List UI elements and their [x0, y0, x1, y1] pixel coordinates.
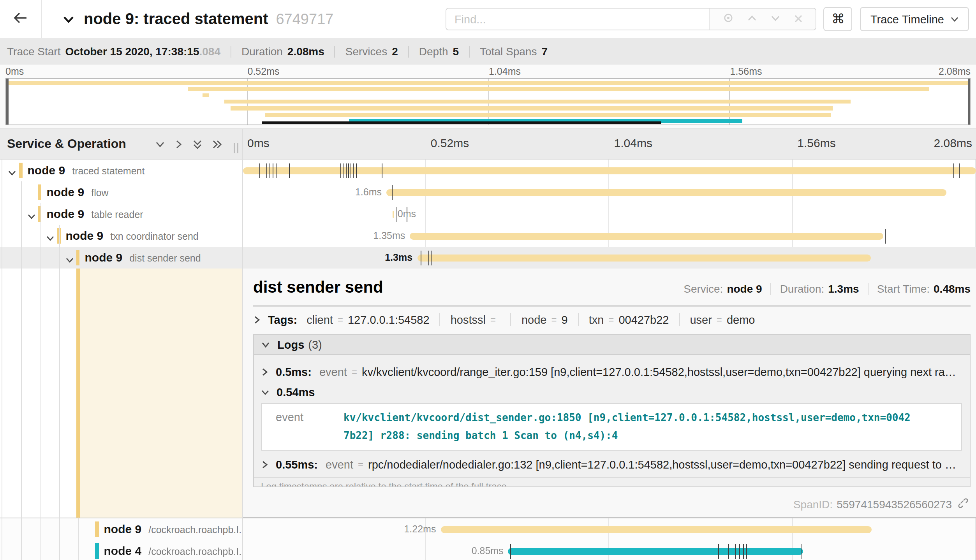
command-icon: ⌘ [832, 11, 845, 27]
service-color-swatch [95, 543, 99, 559]
span-row[interactable]: node 9dist sender send1.3ms [0, 247, 976, 269]
span-duration-label: 0.85ms [472, 540, 504, 560]
locate-icon[interactable] [723, 12, 734, 26]
span-timeline-cell[interactable]: 1.22ms [243, 518, 976, 540]
log-marker-tick [348, 163, 349, 178]
column-divider[interactable] [242, 128, 243, 560]
tag-key: client [307, 313, 333, 326]
minimap-left-handle[interactable] [6, 79, 8, 125]
services-value: 2 [392, 45, 398, 58]
span-duration-bar[interactable] [392, 211, 395, 218]
total-spans-label: Total Spans [480, 45, 537, 58]
tags-row[interactable]: Tags: client=127.0.0.1:54582hostssl=node… [253, 307, 971, 332]
log-detail-card: eventkv/kvclient/kvcoord/dist_sender.go:… [261, 403, 962, 451]
span-detail-panel: dist sender send Service:node 9 Duration… [243, 269, 976, 518]
span-row[interactable]: node 9table reader0ms [0, 203, 976, 225]
page-title: node 9: traced statement [84, 10, 268, 28]
span-duration-bar[interactable] [508, 548, 803, 555]
log-entry-collapsed[interactable]: 0.5ms:event=kv/kvclient/kvcoord/range_it… [254, 363, 970, 381]
service-name: node 9txn coordinator send [66, 225, 199, 247]
span-row[interactable]: node 4/cockroach.roachpb.I...0.85ms [0, 540, 976, 560]
operation-name: txn coordinator send [110, 231, 199, 242]
logs-count: (3) [308, 338, 322, 351]
tag-equals: = [608, 314, 614, 325]
operation-name: flow [91, 188, 108, 198]
total-spans-value: 7 [541, 45, 548, 58]
span-timeline-cell[interactable] [243, 160, 976, 181]
tag-key: node [521, 313, 547, 326]
minimap-canvas[interactable] [5, 78, 971, 125]
collapse-one-icon[interactable] [155, 139, 165, 149]
next-match-icon[interactable] [770, 12, 780, 26]
span-duration-bar[interactable] [386, 189, 947, 196]
find-input[interactable] [447, 9, 709, 30]
prev-match-icon[interactable] [747, 12, 757, 26]
timeline-axis-ticks: 0ms0.52ms1.04ms1.56ms2.08ms [243, 129, 976, 159]
logs-section: Logs (3) 0.5ms:event=kv/kvclient/kvcoord… [253, 334, 971, 487]
clear-search-icon[interactable] [794, 12, 803, 26]
span-duration-value: 1.3ms [828, 283, 859, 295]
expand-one-icon[interactable] [173, 139, 183, 149]
span-tree-cell: node 9dist sender send [0, 247, 243, 269]
span-duration-bar[interactable] [410, 232, 883, 239]
duration-label: Duration [241, 45, 283, 58]
span-duration-label: 1.22ms [404, 518, 436, 540]
back-button[interactable] [0, 0, 42, 38]
depth-label: Depth [419, 45, 448, 58]
span-id-value: 5597415943526560273 [837, 498, 952, 511]
expand-all-icon[interactable] [211, 139, 222, 149]
service-name: node 9traced statement [28, 160, 145, 181]
span-duration-label: 1.3ms [385, 247, 412, 269]
span-tree-cell: node 9table reader [0, 203, 243, 225]
tag-separator [440, 313, 440, 326]
timeline-tick-label: 1.56ms [797, 136, 835, 149]
row-collapse-toggle[interactable] [46, 232, 55, 246]
span-detail-header: dist sender send Service:node 9 Duration… [253, 276, 971, 304]
span-duration-bar[interactable] [440, 526, 872, 533]
minimap-span-bar [224, 100, 850, 104]
span-tree-cell: node 9traced statement [0, 160, 243, 181]
service-color-swatch [38, 184, 42, 200]
minimap-right-handle[interactable] [968, 79, 970, 125]
timeline-header-left: Service & Operation [0, 129, 243, 159]
span-timeline-cell[interactable]: 1.3ms [243, 247, 976, 269]
log-marker-tick [802, 544, 802, 558]
span-row[interactable]: node 9txn coordinator send1.35ms [0, 225, 976, 247]
span-timeline-cell[interactable]: 0.85ms [243, 540, 976, 560]
span-row[interactable]: node 9flow1.6ms [0, 181, 976, 203]
span-row[interactable]: node 9traced statement [0, 160, 976, 181]
span-duration-bar[interactable] [417, 254, 871, 261]
chevron-down-icon[interactable] [62, 13, 74, 25]
trace-minimap: 0ms0.52ms1.04ms1.56ms2.08ms [0, 65, 976, 128]
span-timeline-cell[interactable]: 1.35ms [243, 225, 976, 247]
tag-value: 127.0.0.1:54582 [348, 313, 430, 326]
log-entry-expanded-header[interactable]: 0.54ms [254, 383, 970, 402]
service-label: Service: [684, 283, 723, 295]
log-marker-tick [259, 163, 260, 178]
keyboard-shortcuts-button[interactable]: ⌘ [824, 7, 853, 31]
log-marker-tick [276, 163, 277, 178]
tag-value: demo [727, 313, 755, 326]
row-collapse-toggle[interactable] [27, 210, 35, 224]
row-collapse-toggle[interactable] [65, 254, 74, 268]
minimap-axis-labels: 0ms0.52ms1.04ms1.56ms2.08ms [0, 66, 976, 78]
view-mode-dropdown[interactable]: Trace Timeline [860, 7, 969, 31]
span-timeline-cell[interactable]: 1.6ms [243, 181, 976, 203]
log-marker-tick [340, 163, 341, 178]
operation-name: /cockroach.roachpb.I... [148, 546, 243, 557]
span-row[interactable]: node 9/cockroach.roachpb.I...1.22ms [0, 518, 976, 540]
operation-name: traced statement [72, 166, 144, 177]
row-collapse-toggle[interactable] [8, 167, 16, 181]
log-entry-collapsed[interactable]: 0.55ms:event=rpc/nodedialer/nodedialer.g… [254, 455, 970, 474]
operation-name: /cockroach.roachpb.I... [148, 525, 243, 535]
minimap-axis-label: 1.56ms [730, 66, 762, 77]
logs-header[interactable]: Logs (3) [254, 335, 970, 355]
column-resize-grip[interactable] [232, 143, 238, 153]
chevron-right-icon [261, 367, 269, 377]
span-timeline-cell[interactable]: 0ms [243, 203, 976, 225]
log-marker-tick [431, 250, 432, 265]
collapse-all-icon[interactable] [192, 138, 202, 150]
log-marker-tick [382, 163, 383, 178]
link-icon[interactable] [957, 497, 969, 511]
log-marker-tick [959, 163, 960, 178]
